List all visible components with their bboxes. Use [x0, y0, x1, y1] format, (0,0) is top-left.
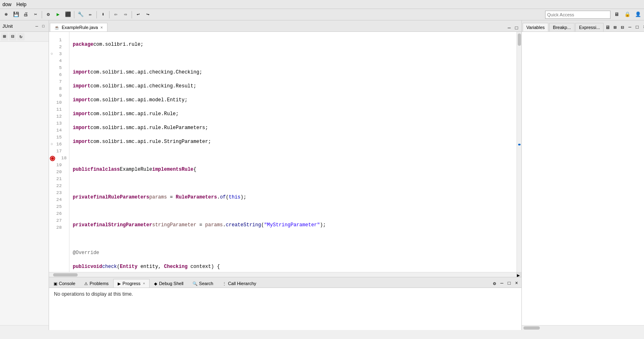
bottom-tab-problems[interactable]: ⚠ Problems [80, 279, 113, 288]
left-panel-minimize[interactable]: ─ [34, 23, 40, 29]
toolbar-btn-15[interactable]: 🔒 [623, 10, 632, 19]
code-line-15 [73, 236, 513, 243]
bottom-tab-search-label: Search [199, 281, 213, 286]
editor-tab-examplerule[interactable]: ☕ ExampleRule.java × [50, 23, 107, 31]
toolbar-btn-12[interactable]: ↩ [134, 10, 143, 19]
bottom-close-btn[interactable]: × [513, 280, 520, 287]
toolbar-btn-6[interactable]: ⬛ [63, 10, 72, 19]
right-panel-actions: 🖥 ⊞ ⊟ ─ □ × [604, 23, 644, 31]
toolbar-btn-4[interactable]: ✂ [31, 10, 40, 19]
bottom-tab-progress[interactable]: ▶ Progress × [113, 279, 150, 288]
editor-vscrollbar[interactable] [517, 32, 521, 272]
line-num-7: 7 [49, 78, 69, 85]
main-layout: JUnit ─ □ ⊞ ⊟ ↻ ☕ ExampleRule.java × ─ [0, 20, 644, 330]
code-line-3: import com.solibri.smc.api.checking.Chec… [73, 69, 513, 76]
left-panel-btn-3[interactable]: ↻ [17, 33, 25, 40]
right-panel-minimize[interactable]: ─ [626, 24, 633, 31]
hscroll-thumb[interactable] [53, 273, 78, 277]
progress-tab-close[interactable]: × [143, 281, 145, 285]
code-line-17: public void check(Entity entity, Checkin… [73, 263, 513, 270]
line-num-20: 20 [49, 169, 69, 176]
bottom-status-text: No operations to display at this time. [54, 291, 133, 297]
bottom-tab-progress-label: Progress [123, 281, 141, 286]
left-panel-maximize[interactable]: □ [40, 23, 46, 29]
tab-close-btn[interactable]: × [101, 25, 103, 30]
right-panel-btn3[interactable]: ⊟ [619, 24, 626, 31]
right-panel-tabs: Variables Breakp... Expressi... 🖥 ⊞ ⊟ ─ … [522, 20, 644, 32]
bottom-tab-console[interactable]: ▣ Console [49, 279, 80, 288]
bottom-content: No operations to display at this time. [49, 288, 521, 330]
code-line-6: import com.solibri.smc.api.rule.Rule; [73, 111, 513, 118]
right-panel-btn1[interactable]: 🖥 [604, 24, 611, 31]
right-panel-maximize[interactable]: □ [634, 24, 640, 31]
right-panel: Variables Breakp... Expressi... 🖥 ⊞ ⊟ ─ … [521, 20, 644, 330]
line-num-10: 10 [49, 99, 69, 106]
toolbar-btn-9[interactable]: ⬇ [98, 10, 107, 19]
toolbar-btn-7[interactable]: 🔧 [76, 10, 85, 19]
bottom-maximize-btn[interactable]: □ [506, 280, 512, 287]
menu-dow[interactable]: dow [2, 2, 11, 7]
bottom-tab-callhierarchy-label: Call Hierarchy [228, 281, 256, 286]
toolbar-btn-2[interactable]: 💾 [11, 10, 20, 19]
debugshell-icon: ◆ [154, 281, 157, 286]
toolbar-btn-16[interactable]: 👤 [633, 10, 642, 19]
line-num-18: 18 [49, 155, 69, 162]
line-numbers: 1 2 3 4 5 6 7 8 9 10 11 12 13 14 15 16 1… [49, 32, 69, 272]
left-panel-title: JUnit [2, 24, 13, 29]
toolbar-btn-10[interactable]: ⇦ [111, 10, 120, 19]
right-panel-close[interactable]: × [641, 24, 644, 31]
left-panel-toolbar: ⊞ ⊟ ↻ [0, 32, 49, 42]
left-panel-btn-1[interactable]: ⊞ [1, 33, 8, 40]
toolbar-btn-14[interactable]: 🖥 [612, 10, 621, 19]
sep3 [96, 11, 97, 18]
editor-maximize[interactable]: □ [513, 25, 520, 31]
left-panel-btn-2[interactable]: ⊟ [9, 33, 16, 40]
code-line-12: private final RuleParameters params = Ru… [73, 194, 513, 201]
line-num-8: 8 [49, 85, 69, 92]
code-content[interactable]: package com.solibri.rule; import com.sol… [69, 32, 517, 272]
bottom-actions: ⚙ ─ □ × [490, 279, 521, 288]
quick-access-input[interactable] [545, 11, 610, 19]
right-tab-variables[interactable]: Variables [523, 23, 548, 31]
line-num-25: 25 [49, 203, 69, 210]
menu-help[interactable]: Help [16, 2, 27, 7]
search-icon: 🔍 [192, 281, 197, 286]
code-line-11 [73, 180, 513, 187]
menu-bar: dow Help [0, 0, 644, 9]
right-tab-breakpoints[interactable]: Breakp... [549, 23, 575, 31]
bottom-minimize-btn[interactable]: ─ [499, 280, 505, 287]
sep5 [132, 11, 132, 18]
editor-minimize[interactable]: ─ [506, 25, 512, 31]
line-num-9: 9 [49, 92, 69, 99]
bottom-tab-debugshell[interactable]: ◆ Debug Shell [150, 279, 188, 288]
bottom-tab-callhierarchy[interactable]: ⋮ Call Hierarchy [218, 279, 261, 288]
toolbar-btn-3[interactable]: 🖨 [21, 10, 30, 19]
editor-tabs: ☕ ExampleRule.java × ─ □ [49, 20, 521, 32]
line-num-27: 27 [49, 217, 69, 224]
right-panel-btn2[interactable]: ⊞ [612, 24, 618, 31]
line-num-15: 15 [49, 134, 69, 141]
editor-hscrollbar[interactable]: ▶ [49, 272, 521, 277]
toolbar-btn-5[interactable]: ⚙ [44, 10, 53, 19]
toolbar-btn-8[interactable]: ✏ [86, 10, 95, 19]
line-num-23: 23 [49, 190, 69, 196]
toolbar-btn-1[interactable]: ⊕ [2, 10, 11, 19]
breakpoint-18[interactable] [50, 156, 55, 161]
left-panel-scrollbar[interactable] [0, 325, 49, 330]
editor-header-actions: ─ □ [506, 25, 521, 31]
line-num-5: 5 [49, 65, 69, 71]
right-hscroll-thumb[interactable] [523, 326, 540, 330]
toolbar-btn-11[interactable]: ⇨ [121, 10, 130, 19]
hscroll-right[interactable]: ▶ [517, 272, 521, 277]
line-num-6: 6 [49, 71, 69, 78]
bottom-settings-btn[interactable]: ⚙ [491, 280, 498, 287]
toolbar-btn-run[interactable]: ▶ [54, 10, 63, 19]
line-num-26: 26 [49, 210, 69, 217]
bottom-tab-search[interactable]: 🔍 Search [188, 279, 218, 288]
left-panel-header: JUnit ─ □ [0, 20, 49, 32]
quick-access-area: 🖥 🔒 👤 [545, 10, 642, 19]
toolbar-btn-13[interactable]: ↪ [143, 10, 152, 19]
right-tab-expressions[interactable]: Expressi... [575, 23, 604, 31]
toolbar: ⊕ 💾 🖨 ✂ ⚙ ▶ ⬛ 🔧 ✏ ⬇ ⇦ ⇨ ↩ ↪ 🖥 🔒 👤 [0, 9, 644, 20]
right-panel-hscrollbar[interactable] [522, 325, 644, 330]
